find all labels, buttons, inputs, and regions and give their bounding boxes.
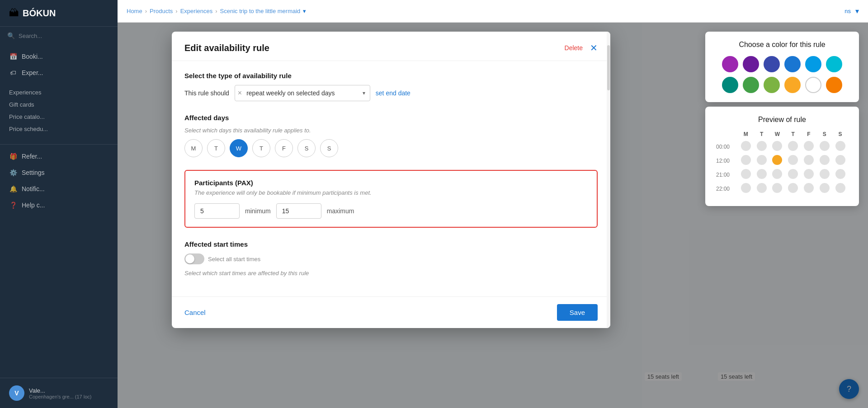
user-name: Vale... xyxy=(29,387,91,394)
topbar-ns-label: ns xyxy=(844,8,851,14)
tag-icon: 🏷 xyxy=(9,69,17,76)
color-yellow[interactable] xyxy=(784,77,801,93)
preview-dot-1200-W xyxy=(769,155,785,166)
delete-button[interactable]: Delete xyxy=(565,44,583,52)
participants-max-label: maximum xyxy=(327,207,354,215)
color-orange[interactable] xyxy=(826,77,842,93)
sidebar-item-settings[interactable]: ⚙️ Settings xyxy=(0,164,118,181)
breadcrumb-sep-1: › xyxy=(145,8,147,14)
save-button[interactable]: Save xyxy=(557,304,598,321)
sidebar-item-experiences[interactable]: 🏷 Exper... xyxy=(0,65,118,81)
color-teal[interactable] xyxy=(722,77,738,93)
chevron-down-icon[interactable]: ▾ xyxy=(303,8,306,14)
color-light-green[interactable] xyxy=(764,77,780,93)
breadcrumb-sep-2: › xyxy=(175,8,177,14)
sidebar-item-label: Settings xyxy=(22,169,45,176)
sidebar-section-pricecatalog[interactable]: Price catalo... xyxy=(9,111,108,123)
cancel-button[interactable]: Cancel xyxy=(184,309,206,316)
rule-type-row: This rule should × repeat weekly on sele… xyxy=(184,85,598,101)
preview-day-S1: S xyxy=(816,131,832,137)
color-row-1 xyxy=(722,56,842,72)
day-thursday[interactable]: T xyxy=(252,139,270,157)
sidebar-section-pricesched[interactable]: Price schedu... xyxy=(9,123,108,135)
edit-availability-modal: Edit availability rule Delete ✕ Select t… xyxy=(172,32,610,328)
sidebar-logo: 🏔 BÓKUN xyxy=(0,0,118,27)
scrollbar-thumb xyxy=(607,45,610,90)
modal-footer: Cancel Save xyxy=(172,296,610,328)
color-light-blue[interactable] xyxy=(805,56,821,72)
sidebar: 🏔 BÓKUN 🔍 Search... 📅 Booki... 🏷 Exper..… xyxy=(0,0,118,408)
set-end-date-link[interactable]: set end date xyxy=(376,89,410,97)
sidebar-item-label: Help c... xyxy=(22,202,45,209)
calendar-icon: 📅 xyxy=(9,53,17,60)
rule-type-select[interactable]: × repeat weekly on selected days ▾ xyxy=(235,85,370,101)
day-tuesday[interactable]: T xyxy=(207,139,225,157)
preview-dot-2200-W xyxy=(769,183,785,194)
sidebar-item-label: Refer... xyxy=(22,153,42,160)
color-white-selected[interactable] xyxy=(805,77,821,93)
participants-desc: The experience will only be bookable if … xyxy=(194,189,588,196)
sidebar-user[interactable]: V Vale... Copenhagen's gre... (17 loc) xyxy=(9,385,108,401)
participants-max-input[interactable] xyxy=(276,203,321,219)
day-circles: M T W T F S S xyxy=(184,139,598,157)
color-purple-light[interactable] xyxy=(722,56,738,72)
preview-dot-2100-M xyxy=(738,169,754,180)
topbar: Home › Products › Experiences › Scenic t… xyxy=(118,0,868,23)
day-wednesday[interactable]: W xyxy=(230,139,248,157)
preview-dot-2200-S1 xyxy=(816,183,832,194)
preview-time-header xyxy=(716,131,738,137)
color-indigo[interactable] xyxy=(764,56,780,72)
sidebar-section-experiences[interactable]: Experiences xyxy=(9,86,108,98)
day-sunday[interactable]: S xyxy=(320,139,338,157)
logo-text: BÓKUN xyxy=(23,8,56,19)
participants-min-input[interactable] xyxy=(194,203,240,219)
modal-scrollbar[interactable] xyxy=(607,32,610,328)
preview-dot-0000-M xyxy=(738,141,754,152)
preview-dot-2100-T1 xyxy=(754,169,769,180)
day-monday[interactable]: M xyxy=(184,139,203,157)
color-blue[interactable] xyxy=(784,56,801,72)
modal-title: Edit availability rule xyxy=(184,43,269,53)
sidebar-item-bookings[interactable]: 📅 Booki... xyxy=(0,48,118,65)
start-times-toggle[interactable] xyxy=(184,253,204,264)
logo-icon: 🏔 xyxy=(9,7,19,19)
right-panels: Choose a color for this rule xyxy=(705,32,859,206)
breadcrumb-home[interactable]: Home xyxy=(127,8,142,14)
preview-day-T1: T xyxy=(754,131,769,137)
color-panel-title: Choose a color for this rule xyxy=(716,41,848,49)
close-button[interactable]: ✕ xyxy=(590,42,598,53)
color-purple-dark[interactable] xyxy=(743,56,759,72)
color-grid xyxy=(716,56,848,93)
breadcrumb-products[interactable]: Products xyxy=(150,8,173,14)
sidebar-item-help[interactable]: ❓ Help c... xyxy=(0,197,118,213)
day-friday[interactable]: F xyxy=(275,139,293,157)
sidebar-search[interactable]: 🔍 Search... xyxy=(0,27,118,45)
main-content: Edit availability rule Delete ✕ Select t… xyxy=(118,23,868,408)
breadcrumb-experiences[interactable]: Experiences xyxy=(180,8,213,14)
color-row-2 xyxy=(722,77,842,93)
chevron-down-icon[interactable]: ▾ xyxy=(358,86,370,100)
search-label: Search... xyxy=(19,33,42,39)
preview-dot-2200-S2 xyxy=(832,183,848,194)
sidebar-bottom: V Vale... Copenhagen's gre... (17 loc) xyxy=(0,378,118,408)
color-cyan[interactable] xyxy=(826,56,842,72)
sidebar-item-label: Booki... xyxy=(22,53,43,60)
chevron-down-icon-right[interactable]: ▾ xyxy=(855,7,859,15)
preview-dot-0000-S2 xyxy=(832,141,848,152)
preview-dot-0000-T1 xyxy=(754,141,769,152)
select-clear-icon[interactable]: × xyxy=(235,85,245,101)
sidebar-item-notifications[interactable]: 🔔 Notific... xyxy=(0,181,118,197)
participants-inputs: minimum maximum xyxy=(194,203,588,219)
color-green[interactable] xyxy=(743,77,759,93)
preview-header-row: M T W T F S S xyxy=(716,131,848,137)
preview-row-2200: 22:00 xyxy=(716,183,848,194)
sidebar-item-label: Notific... xyxy=(22,185,45,192)
select-type-title: Select the type of availability rule xyxy=(184,72,598,80)
day-saturday[interactable]: S xyxy=(297,139,316,157)
participants-box: Participants (PAX) The experience will o… xyxy=(184,170,598,228)
sidebar-section-giftcards[interactable]: Gift cards xyxy=(9,98,108,111)
sidebar-item-referral[interactable]: 🎁 Refer... xyxy=(0,148,118,164)
preview-dot-2100-W xyxy=(769,169,785,180)
preview-time-2100: 21:00 xyxy=(716,172,738,178)
breadcrumb-current[interactable]: Scenic trip to the little mermaid xyxy=(220,8,301,14)
